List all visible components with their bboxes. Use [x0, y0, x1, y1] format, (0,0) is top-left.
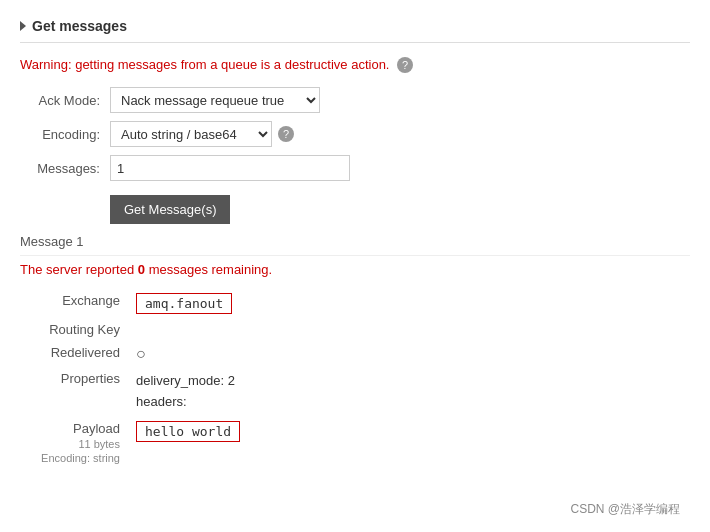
collapse-icon[interactable] [20, 21, 26, 31]
ack-mode-row: Ack Mode: Nack message requeue true Ack … [20, 87, 690, 113]
warning-text: Warning: getting messages from a queue i… [20, 57, 690, 73]
payload-value: hello world [136, 421, 240, 442]
section-title: Get messages [32, 18, 127, 34]
routing-key-value [130, 318, 690, 341]
redelivered-row: Redelivered ○ [20, 341, 690, 367]
properties-row: Properties delivery_mode: 2 headers: [20, 367, 690, 417]
routing-key-label: Routing Key [20, 318, 130, 341]
properties-headers: headers: [136, 392, 684, 413]
redelivered-value: ○ [136, 345, 146, 362]
server-report: The server reported 0 messages remaining… [20, 262, 690, 277]
encoding-row: Encoding: Auto string / base64 base64 ? [20, 121, 690, 147]
payload-label: Payload [26, 421, 120, 436]
warning-message: Warning: getting messages from a queue i… [20, 57, 389, 72]
ack-mode-label: Ack Mode: [20, 93, 110, 108]
properties-delivery-mode: delivery_mode: 2 [136, 371, 684, 392]
remaining-count: 0 [138, 262, 145, 277]
warning-help-icon[interactable]: ? [397, 57, 413, 73]
encoding-select[interactable]: Auto string / base64 base64 [110, 121, 272, 147]
payload-bytes: 11 bytes [26, 438, 120, 450]
encoding-label: Encoding: [20, 127, 110, 142]
server-report-prefix: The server reported [20, 262, 138, 277]
message-section-label: Message 1 [20, 234, 690, 256]
messages-row: Messages: [20, 155, 690, 181]
payload-row: Payload 11 bytes Encoding: string hello … [20, 417, 690, 468]
section-header: Get messages [20, 10, 690, 43]
detail-table: Exchange amq.fanout Routing Key Redelive… [20, 289, 690, 468]
exchange-value: amq.fanout [136, 293, 232, 314]
get-messages-button[interactable]: Get Message(s) [110, 195, 230, 224]
payload-encoding: Encoding: string [26, 452, 120, 464]
watermark: CSDN @浩泽学编程 [570, 501, 680, 518]
messages-input[interactable] [110, 155, 350, 181]
properties-label: Properties [20, 367, 130, 417]
ack-mode-select[interactable]: Nack message requeue true Ack Reject req… [110, 87, 320, 113]
server-report-suffix: messages remaining. [145, 262, 272, 277]
exchange-row: Exchange amq.fanout [20, 289, 690, 318]
messages-label: Messages: [20, 161, 110, 176]
redelivered-label: Redelivered [20, 341, 130, 367]
encoding-help-icon[interactable]: ? [278, 126, 294, 142]
exchange-label: Exchange [20, 289, 130, 318]
routing-key-row: Routing Key [20, 318, 690, 341]
